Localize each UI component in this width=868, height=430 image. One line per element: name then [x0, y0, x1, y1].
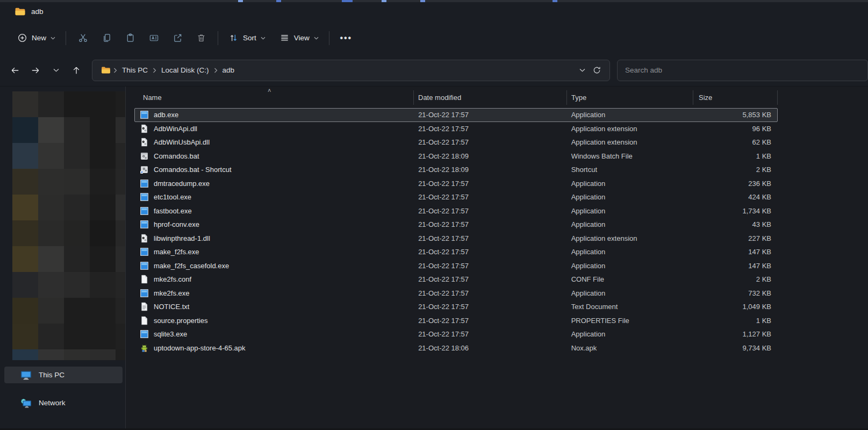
type-cell: Application: [567, 248, 693, 256]
rename-icon: [149, 33, 159, 43]
date-modified-cell: 21-Oct-22 18:06: [414, 344, 567, 352]
column-header-name[interactable]: Name: [134, 90, 414, 105]
share-icon: [173, 33, 183, 43]
blur-mosaic-cell: [12, 143, 38, 169]
blur-mosaic-cell: [64, 195, 90, 220]
type-cell: Application: [567, 193, 693, 201]
blur-mosaic-cell: [116, 298, 125, 324]
column-header-date-modified[interactable]: Date modified: [414, 90, 567, 105]
type-cell: Shortcut: [567, 166, 693, 174]
size-cell: 62 KB: [693, 138, 777, 146]
sort-arrows-icon: [228, 33, 239, 43]
date-modified-cell: 21-Oct-22 17:57: [414, 330, 567, 338]
file-row[interactable]: etc1tool.exe21-Oct-22 17:57Application42…: [134, 190, 778, 204]
file-name-cell: dmtracedump.exe: [135, 179, 414, 188]
file-row[interactable]: libwinpthread-1.dll21-Oct-22 17:57Applic…: [134, 232, 778, 246]
type-cell: Nox.apk: [567, 344, 693, 352]
paste-button[interactable]: [118, 28, 142, 48]
file-row[interactable]: uptodown-app-store-4-65.apk21-Oct-22 18:…: [134, 341, 778, 355]
file-row[interactable]: NOTICE.txt21-Oct-22 17:57Text Document1,…: [134, 300, 778, 314]
size-cell: 1,127 KB: [693, 330, 777, 338]
breadcrumb-bar[interactable]: This PC Local Disk (C:) adb: [92, 60, 610, 81]
column-header-size[interactable]: Size: [693, 90, 778, 105]
file-row[interactable]: AdbWinUsbApi.dll21-Oct-22 17:57Applicati…: [134, 135, 778, 149]
more-options-button[interactable]: •••: [334, 28, 358, 48]
share-button[interactable]: [166, 28, 189, 48]
size-cell: 732 KB: [693, 289, 777, 297]
breadcrumb-this-pc[interactable]: This PC: [118, 64, 152, 76]
file-row[interactable]: make_f2fs_casefold.exe21-Oct-22 17:57App…: [134, 259, 778, 273]
address-dropdown-chevron-icon[interactable]: [579, 68, 585, 72]
chevron-down-icon: [261, 37, 266, 40]
sort-button[interactable]: Sort: [223, 28, 271, 48]
delete-button[interactable]: [189, 28, 213, 48]
blur-mosaic-cell: [116, 324, 125, 349]
command-toolbar: New: [0, 22, 868, 54]
blur-mosaic-cell: [12, 91, 38, 117]
blur-mosaic-cell: [12, 195, 38, 220]
file-row[interactable]: Comandos.bat - Shortcut21-Oct-22 18:09Sh…: [134, 163, 778, 177]
file-row[interactable]: adb.exe21-Oct-22 17:57Application5,853 K…: [134, 108, 778, 122]
blur-mosaic-cell: [38, 169, 64, 195]
file-row[interactable]: hprof-conv.exe21-Oct-22 17:57Application…: [134, 218, 778, 232]
file-row[interactable]: AdbWinApi.dll21-Oct-22 17:57Application …: [134, 122, 778, 136]
blur-mosaic-cell: [116, 169, 125, 195]
file-row[interactable]: source.properties21-Oct-22 17:57PROPERTI…: [134, 314, 778, 328]
view-button[interactable]: View: [274, 28, 324, 48]
up-button[interactable]: [66, 61, 87, 80]
file-name-cell: etc1tool.exe: [135, 192, 414, 202]
blur-mosaic-cell: [116, 349, 125, 360]
new-button[interactable]: New: [12, 28, 61, 48]
type-cell: Application: [567, 330, 693, 338]
file-list-pane: ˄ Name Date modified Type Size adb.exe21…: [126, 87, 868, 428]
file-name-text: AdbWinApi.dll: [154, 125, 197, 133]
breadcrumb-local-disk-c[interactable]: Local Disk (C:): [157, 64, 213, 76]
cut-button[interactable]: [71, 28, 95, 48]
file-row[interactable]: make_f2fs.exe21-Oct-22 17:57Application1…: [134, 245, 778, 259]
file-row[interactable]: mke2fs.exe21-Oct-22 17:57Application732 …: [134, 286, 778, 300]
blur-mosaic-cell: [12, 117, 38, 143]
file-row[interactable]: sqlite3.exe21-Oct-22 17:57Application1,1…: [134, 327, 778, 341]
sidebar-item-this-pc[interactable]: This PC: [4, 367, 123, 383]
recent-locations-button[interactable]: [46, 61, 66, 80]
arrow-up-icon: [72, 66, 81, 75]
file-name-cell: make_f2fs.exe: [135, 247, 414, 256]
forward-button[interactable]: [25, 61, 46, 80]
sidebar-item-network[interactable]: Network: [4, 395, 123, 411]
blur-mosaic-cell: [38, 246, 64, 272]
new-button-label: New: [32, 34, 46, 42]
file-name-text: Comandos.bat - Shortcut: [154, 166, 232, 174]
file-row[interactable]: fastboot.exe21-Oct-22 17:57Application1,…: [134, 204, 778, 218]
file-row[interactable]: Comandos.bat21-Oct-22 18:09Windows Batch…: [134, 149, 778, 163]
copy-icon: [102, 33, 112, 43]
column-header-type[interactable]: Type: [567, 90, 693, 105]
date-modified-cell: 21-Oct-22 17:57: [414, 234, 567, 242]
search-input[interactable]: [625, 66, 860, 74]
date-modified-cell: 21-Oct-22 17:57: [414, 193, 567, 201]
file-row[interactable]: mke2fs.conf21-Oct-22 17:57CONF File2 KB: [134, 273, 778, 286]
size-cell: 1 KB: [693, 152, 777, 160]
file-file-icon: [140, 316, 149, 325]
size-cell: 2 KB: [693, 166, 777, 174]
date-modified-cell: 21-Oct-22 17:57: [414, 275, 567, 283]
blur-mosaic-cell: [90, 349, 116, 360]
blur-mosaic-cell: [12, 169, 38, 195]
refresh-icon[interactable]: [593, 66, 601, 74]
date-modified-cell: 21-Oct-22 17:57: [414, 262, 567, 270]
file-row[interactable]: dmtracedump.exe21-Oct-22 17:57Applicatio…: [134, 177, 778, 191]
file-file-icon: [140, 275, 149, 284]
type-cell: Application: [567, 207, 693, 215]
view-lines-icon: [279, 33, 290, 43]
rename-button[interactable]: [142, 28, 166, 48]
search-box[interactable]: [617, 60, 868, 81]
exe-file-icon: [140, 220, 149, 229]
blur-mosaic-cell: [12, 324, 38, 349]
breadcrumb-adb[interactable]: adb: [218, 64, 239, 76]
copy-button[interactable]: [95, 28, 118, 48]
blur-mosaic-cell: [38, 272, 64, 298]
date-modified-cell: 21-Oct-22 17:57: [414, 248, 567, 256]
txt-file-icon: [140, 302, 149, 311]
dll-file-icon: [140, 234, 149, 243]
blur-mosaic-cell: [64, 91, 90, 117]
back-button[interactable]: [5, 61, 25, 80]
